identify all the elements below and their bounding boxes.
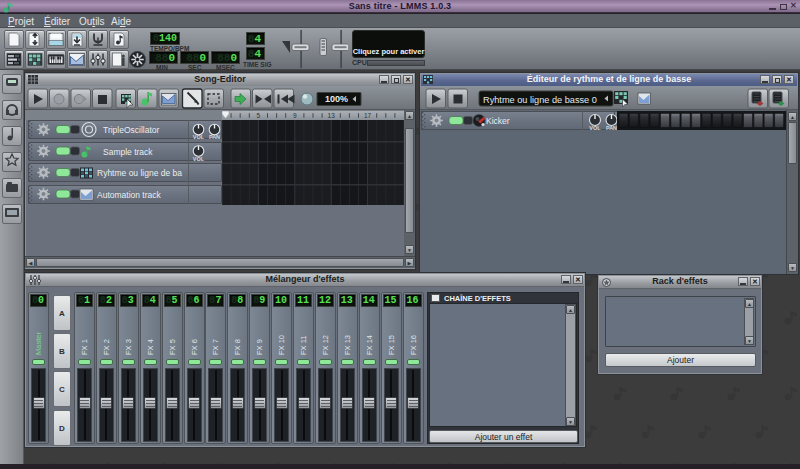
svg-text:5: 5 <box>257 112 261 119</box>
svg-text:17: 17 <box>364 112 372 119</box>
svg-text:13: 13 <box>328 112 336 119</box>
svg-text:PAN: PAN <box>606 125 617 130</box>
svg-text:PAN: PAN <box>209 134 220 140</box>
svg-text:100%: 100% <box>325 94 348 104</box>
svg-text:VOL: VOL <box>193 134 205 140</box>
svg-text:Ryhtme ou ligne de basse 0: Ryhtme ou ligne de basse 0 <box>483 95 597 105</box>
svg-text:9: 9 <box>293 112 297 119</box>
svg-text:VOL: VOL <box>589 125 601 130</box>
svg-text:VOL: VOL <box>193 156 205 162</box>
